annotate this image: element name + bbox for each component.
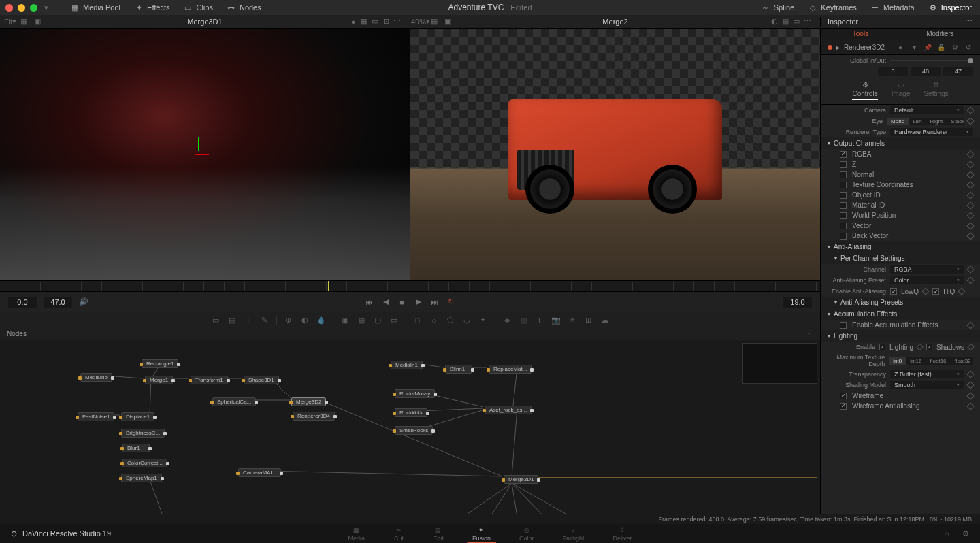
transparency-dropdown[interactable]: Z Buffer (fast) — [890, 370, 964, 378]
close-window[interactable] — [5, 4, 13, 12]
node-reset-icon[interactable]: ↺ — [964, 42, 973, 52]
aa-preset-dropdown[interactable]: Color — [890, 276, 964, 284]
node-enable-dot[interactable] — [828, 45, 832, 50]
page-media[interactable]: ▦Media — [342, 525, 370, 543]
channel-z-checkbox[interactable] — [840, 161, 847, 168]
tool-mask-rect[interactable]: □ — [412, 314, 424, 327]
tool-camera3d[interactable]: 📷 — [550, 314, 562, 327]
channel-vector-checkbox[interactable] — [840, 223, 847, 229]
viewer-3d[interactable] — [0, 29, 410, 280]
nodes-button[interactable]: ⊶Nodes — [224, 1, 264, 14]
tool-shape3d[interactable]: ◈ — [501, 314, 513, 327]
channel-world-position-checkbox[interactable] — [840, 212, 847, 219]
node-rocksmossy[interactable]: RocksMossy — [395, 389, 435, 398]
camera-keyframe[interactable] — [966, 106, 974, 114]
clips-button[interactable]: ▭Clips — [180, 1, 215, 14]
tool-merge[interactable]: ▣ — [339, 314, 351, 327]
channel-kf[interactable] — [966, 150, 974, 158]
tool-text[interactable]: T — [242, 314, 255, 327]
media-pool-button[interactable]: ▦Media Pool — [67, 1, 123, 14]
playhead[interactable] — [328, 281, 329, 292]
renderer-dropdown[interactable]: Hardware Renderer — [890, 128, 973, 136]
viewer-aspect-icon[interactable]: ▭ — [370, 17, 380, 27]
channel-kf[interactable] — [966, 191, 974, 199]
node-cameramai[interactable]: CameraMAI... — [238, 468, 281, 477]
viewer-layout-icon[interactable]: ▣ — [33, 17, 42, 27]
project-settings-icon[interactable]: ⚙ — [961, 529, 970, 538]
max-tex-segmented[interactable]: int8int16float16float32 — [889, 357, 973, 365]
tool-tracker[interactable]: ⊕ — [282, 314, 295, 327]
node-transform1[interactable]: Transform1 — [191, 376, 228, 384]
viewer2-dot-icon[interactable]: ◐ — [770, 17, 779, 27]
node-color-icon[interactable]: ● — [896, 42, 905, 52]
inspector-tab-tools[interactable]: Tools — [821, 29, 900, 39]
aa-channel-kf[interactable] — [966, 265, 974, 273]
section-output-channels[interactable]: Output Channels — [821, 137, 980, 149]
node-replacemat[interactable]: ReplaceMat... — [489, 365, 532, 374]
goto-start-button[interactable]: ⏮ — [364, 297, 375, 308]
wireframe-checkbox[interactable] — [840, 393, 847, 399]
loop-button[interactable]: ↻ — [446, 297, 457, 308]
viewer2-aspect-icon[interactable]: ▭ — [791, 17, 801, 27]
viewer-controls-icon[interactable]: ⊡ — [381, 17, 391, 27]
node-spheremap1[interactable]: SphereMap1 — [121, 474, 162, 482]
inspector-button[interactable]: ⚙Inspector — [926, 1, 975, 14]
transp-kf[interactable] — [966, 370, 974, 378]
tool-mask-poly[interactable]: ⬠ — [444, 314, 457, 327]
node-lock-icon[interactable]: 🔒 — [936, 42, 946, 52]
node-smallrocks[interactable]: SmallRocks — [395, 426, 433, 435]
viewer-fit-dropdown[interactable]: Fit ▾ — [5, 17, 15, 27]
viewer-grid-icon[interactable]: ▦ — [19, 17, 29, 27]
inspector-node-header[interactable]: ▸Renderer3D2 ● ▾ 📌 🔒 ⚙ ↺ — [821, 39, 980, 55]
tool-color[interactable]: ◐ — [299, 314, 311, 327]
channel-back-vector-checkbox[interactable] — [840, 233, 847, 240]
global-in-field[interactable]: 0 — [878, 67, 908, 76]
eye-segmented[interactable]: MonoLeftRightStack — [887, 118, 964, 125]
tool-blur[interactable]: 💧 — [315, 314, 327, 327]
tool-resize[interactable]: ▭ — [388, 314, 400, 327]
node-navigator[interactable] — [742, 343, 817, 384]
global-dur-field[interactable]: 48 — [911, 67, 941, 76]
wireframe-aa-checkbox[interactable] — [840, 403, 847, 410]
global-io-slider[interactable] — [890, 60, 973, 61]
inspector-subtab-settings[interactable]: ⚙Settings — [924, 81, 948, 100]
channel-kf[interactable] — [966, 181, 974, 188]
node-rockkkkk[interactable]: Rockkkkk — [395, 408, 427, 417]
node-mediain1[interactable]: MediaIn1 — [391, 361, 423, 369]
channel-kf[interactable] — [966, 201, 974, 209]
metadata-button[interactable]: ☰Metadata — [868, 1, 917, 14]
tool-channel[interactable]: ▦ — [355, 314, 368, 327]
section-aa-perchannel[interactable]: Per Channel Settings — [821, 252, 980, 264]
section-lighting[interactable]: Lighting — [821, 330, 980, 342]
aa-lowq-kf[interactable] — [921, 287, 929, 295]
zoom-window[interactable] — [30, 4, 37, 12]
node-settings-icon[interactable]: ⚙ — [950, 42, 960, 52]
global-out-field[interactable]: 47 — [943, 67, 973, 76]
wireframe-aa-kf[interactable] — [966, 402, 974, 410]
channel-kf[interactable] — [966, 212, 974, 219]
lighting-kf[interactable] — [916, 344, 924, 351]
aa-preset-kf[interactable] — [966, 276, 974, 284]
nodes-more-icon[interactable]: ⋯ — [804, 329, 813, 339]
node-blinn1[interactable]: Blinn1 — [445, 365, 472, 374]
tool-text3d[interactable]: T — [534, 314, 546, 327]
node-displace1[interactable]: Displace1 — [121, 412, 154, 421]
viewer-layout2-icon[interactable]: ▣ — [443, 17, 453, 27]
aa-hiq-kf[interactable] — [958, 287, 966, 295]
aa-channel-dropdown[interactable]: RGBA — [890, 265, 964, 274]
spline-button[interactable]: ～Spline — [758, 1, 798, 14]
section-antialiasing[interactable]: Anti-Aliasing — [821, 241, 980, 252]
accum-kf[interactable] — [966, 321, 974, 329]
effects-button[interactable]: ✦Effects — [131, 1, 172, 14]
channel-rgba-checkbox[interactable] — [840, 151, 847, 158]
transform-gizmo[interactable] — [189, 144, 209, 165]
tool-mask-wand[interactable]: ✦ — [477, 314, 489, 327]
wireframe-kf[interactable] — [966, 392, 974, 399]
range-end-field[interactable]: 47.0 — [44, 297, 72, 308]
node-sphericalca[interactable]: SphericalCa... — [212, 397, 256, 406]
inspector-tab-modifiers[interactable]: Modifiers — [900, 29, 980, 39]
minimize-window[interactable] — [18, 4, 25, 12]
page-deliver[interactable]: ⇪Deliver — [608, 525, 638, 543]
page-fusion[interactable]: ✦Fusion — [467, 525, 496, 543]
tool-mask-ellipse[interactable]: ○ — [428, 314, 440, 327]
